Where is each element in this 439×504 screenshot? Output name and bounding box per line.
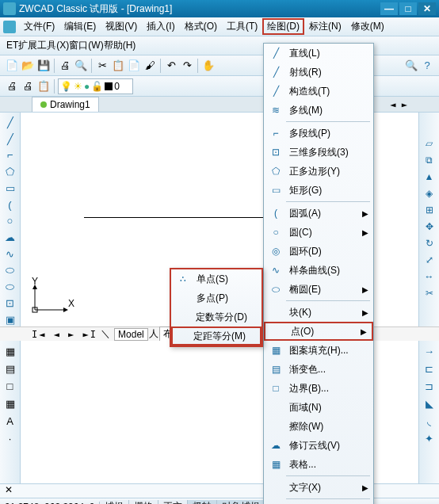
table-tool-icon[interactable]: ▦ bbox=[3, 396, 17, 410]
minimize-button[interactable]: — bbox=[380, 2, 398, 15]
rect-tool-icon[interactable]: ▭ bbox=[3, 181, 17, 195]
menu-file[interactable]: 文件(F) bbox=[19, 18, 59, 35]
circle-tool-icon[interactable]: ○ bbox=[3, 215, 17, 228]
maximize-button[interactable]: □ bbox=[399, 2, 417, 15]
chamfer-tool-icon[interactable]: ◣ bbox=[422, 396, 437, 410]
hatch-tool-icon[interactable]: ▦ bbox=[3, 344, 17, 358]
extend-tool-icon[interactable]: → bbox=[422, 344, 437, 358]
menu-item[interactable]: ▦图案填充(H)... bbox=[264, 341, 373, 360]
ellipse-tool-icon[interactable]: ⬭ bbox=[3, 264, 17, 277]
status-osnap[interactable]: 对象捕捉 bbox=[217, 500, 265, 504]
offset-tool-icon[interactable]: ◈ bbox=[422, 186, 437, 200]
trim-tool-icon[interactable]: ✂ bbox=[422, 286, 437, 300]
mirror-tool-icon[interactable]: ▲ bbox=[422, 170, 437, 184]
layerfilter-icon[interactable]: 🖨 bbox=[21, 79, 35, 94]
layerprops-icon[interactable]: 🖨 bbox=[5, 79, 19, 94]
status-grid[interactable]: 栅格 bbox=[129, 500, 158, 504]
status-ortho[interactable]: 正交 bbox=[158, 500, 188, 504]
break-tool-icon[interactable]: ⊏ bbox=[422, 361, 437, 376]
menu-item[interactable]: ∿样条曲线(S) bbox=[264, 261, 373, 280]
close-button[interactable]: ✕ bbox=[418, 2, 436, 15]
brush-icon[interactable]: 🖌 bbox=[143, 59, 157, 73]
menu-modify[interactable]: 修改(M) bbox=[346, 18, 389, 35]
paste-icon[interactable]: 📄 bbox=[127, 59, 141, 73]
pan-icon[interactable]: ✋ bbox=[201, 59, 216, 73]
layer-dropdown[interactable]: 💡☀●🔓0 bbox=[58, 78, 133, 94]
menu-item[interactable]: ╱直线(L) bbox=[264, 44, 373, 63]
save-icon[interactable]: 💾 bbox=[36, 59, 51, 73]
text-tool-icon[interactable]: A bbox=[3, 414, 17, 428]
menu-edit[interactable]: 编辑(E) bbox=[59, 18, 101, 35]
menu-item[interactable]: ╱射线(R) bbox=[264, 63, 373, 82]
spline-tool-icon[interactable]: ∿ bbox=[3, 247, 17, 261]
open-icon[interactable]: 📂 bbox=[21, 59, 35, 73]
model-tab[interactable]: Model bbox=[114, 328, 148, 341]
submenu-item[interactable]: 定数等分(D) bbox=[171, 307, 261, 326]
menu-item[interactable]: ⬠正多边形(Y) bbox=[264, 162, 373, 181]
menu-window[interactable]: 窗口(W) bbox=[69, 39, 103, 52]
stretch-tool-icon[interactable]: ↔ bbox=[422, 269, 437, 284]
new-icon[interactable]: 📄 bbox=[5, 59, 19, 73]
menu-item[interactable]: 文字(X)▶ bbox=[264, 478, 373, 497]
gradient-tool-icon[interactable]: ▤ bbox=[3, 361, 17, 376]
tab-nav-arrows[interactable]: ◄ ► bbox=[390, 99, 407, 110]
menu-view[interactable]: 视图(V) bbox=[101, 18, 142, 35]
preview-icon[interactable]: 🔍 bbox=[74, 59, 88, 73]
status-snap[interactable]: 捕捉 bbox=[100, 500, 129, 504]
menu-item[interactable]: ⬭椭圆(E)▶ bbox=[264, 280, 373, 299]
layerstate-icon[interactable]: 📋 bbox=[36, 79, 51, 94]
xline-tool-icon[interactable]: ╱ bbox=[3, 132, 17, 146]
array-tool-icon[interactable]: ⊞ bbox=[422, 203, 437, 217]
cut-icon[interactable]: ✂ bbox=[95, 59, 109, 73]
pline-tool-icon[interactable]: ⌐ bbox=[3, 149, 17, 162]
document-tab[interactable]: Drawing1 bbox=[32, 97, 99, 112]
insert-tool-icon[interactable]: ▣ bbox=[3, 313, 17, 326]
scale-tool-icon[interactable]: ⤢ bbox=[422, 253, 437, 267]
fillet-tool-icon[interactable]: ◟ bbox=[422, 414, 437, 428]
menu-item[interactable]: 擦除(W) bbox=[264, 417, 373, 436]
move-tool-icon[interactable]: ✥ bbox=[422, 220, 437, 234]
menu-item[interactable]: ╱构造线(T) bbox=[264, 82, 373, 101]
explode-tool-icon[interactable]: ✦ bbox=[422, 431, 437, 445]
menu-item[interactable]: ▦表格... bbox=[264, 455, 373, 474]
menu-item[interactable]: 曲面(F)▶ bbox=[264, 501, 373, 504]
copy-tool-icon[interactable]: ⧉ bbox=[422, 153, 437, 167]
ellipsearc-tool-icon[interactable]: ⬭ bbox=[3, 281, 17, 294]
undo-icon[interactable]: ↶ bbox=[164, 59, 178, 73]
menu-item[interactable]: ○圆(C)▶ bbox=[264, 223, 373, 242]
menu-insert[interactable]: 插入(I) bbox=[142, 18, 179, 35]
help-icon[interactable]: ? bbox=[420, 59, 434, 73]
model-tab-nav[interactable]: I◄ ◄ ► ►I bbox=[32, 329, 97, 340]
print-icon[interactable]: 🖨 bbox=[58, 59, 72, 73]
submenu-item[interactable]: 多点(P) bbox=[171, 288, 261, 307]
menu-item[interactable]: ▭矩形(G) bbox=[264, 181, 373, 200]
menu-item[interactable]: (圆弧(A)▶ bbox=[264, 204, 373, 223]
menu-item[interactable]: 点(O)▶ bbox=[264, 322, 373, 341]
menu-item[interactable]: 块(K)▶ bbox=[264, 303, 373, 322]
menu-format[interactable]: 格式(O) bbox=[180, 18, 222, 35]
submenu-item[interactable]: 定距等分(M) bbox=[171, 326, 261, 346]
menu-dimension[interactable]: 标注(N) bbox=[304, 18, 346, 35]
menu-help[interactable]: 帮助(H) bbox=[104, 39, 136, 52]
region-tool-icon[interactable]: □ bbox=[3, 379, 17, 393]
redo-icon[interactable]: ↷ bbox=[180, 59, 194, 73]
block-tool-icon[interactable]: ⊡ bbox=[3, 296, 17, 310]
menu-item[interactable]: □边界(B)... bbox=[264, 379, 373, 398]
rotate-tool-icon[interactable]: ↻ bbox=[422, 236, 437, 250]
join-tool-icon[interactable]: ⊐ bbox=[422, 379, 437, 393]
menu-item[interactable]: ▤渐变色... bbox=[264, 360, 373, 379]
status-polar[interactable]: 极轴 bbox=[188, 500, 217, 504]
polygon-tool-icon[interactable]: ⬠ bbox=[3, 165, 17, 178]
menu-item[interactable]: ◎圆环(D) bbox=[264, 242, 373, 261]
menu-draw[interactable]: 绘图(D) bbox=[262, 18, 304, 35]
menu-item[interactable]: 面域(N) bbox=[264, 398, 373, 417]
menu-ettools[interactable]: ET扩展工具(X) bbox=[6, 39, 69, 52]
arc-tool-icon[interactable]: ( bbox=[3, 198, 17, 212]
search-icon[interactable]: 🔍 bbox=[404, 59, 418, 73]
line-tool-icon[interactable]: ╱ bbox=[3, 116, 17, 129]
submenu-item[interactable]: ∴单点(S) bbox=[171, 269, 261, 288]
menu-item[interactable]: ⌐多段线(P) bbox=[264, 124, 373, 143]
menu-item[interactable]: ⊡三维多段线(3) bbox=[264, 143, 373, 162]
cloud-tool-icon[interactable]: ☁ bbox=[3, 231, 17, 244]
close-command-icon[interactable]: ✕ bbox=[5, 484, 13, 495]
